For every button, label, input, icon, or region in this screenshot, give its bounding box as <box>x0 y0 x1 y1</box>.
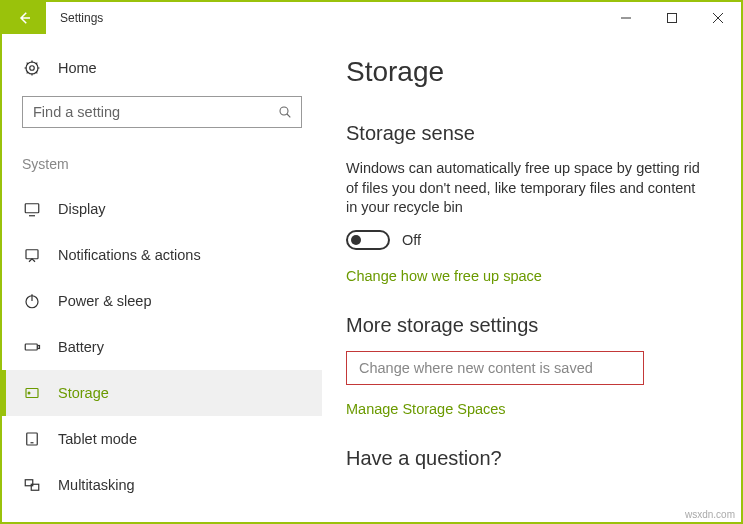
page-title: Storage <box>346 56 717 88</box>
storage-sense-toggle-row: Off <box>346 230 717 250</box>
sidebar-item-storage[interactable]: Storage <box>2 370 322 416</box>
home-label: Home <box>58 60 97 76</box>
titlebar: Settings <box>2 2 741 34</box>
storage-sense-description: Windows can automatically free up space … <box>346 159 706 218</box>
storage-icon <box>22 383 42 403</box>
sidebar-item-notifications[interactable]: Notifications & actions <box>2 232 322 278</box>
sidebar-item-battery[interactable]: Battery <box>2 324 322 370</box>
sidebar-item-label: Tablet mode <box>58 431 137 447</box>
sidebar-item-label: Power & sleep <box>58 293 152 309</box>
window-controls <box>603 2 741 34</box>
maximize-icon <box>667 13 677 23</box>
battery-icon <box>22 337 42 357</box>
search-icon <box>269 104 301 120</box>
app-title: Settings <box>60 11 603 25</box>
home-icon <box>22 58 42 78</box>
link-change-free-space[interactable]: Change how we free up space <box>346 268 717 284</box>
power-icon <box>22 291 42 311</box>
search-box[interactable] <box>22 96 302 128</box>
link-change-where-saved[interactable]: Change where new content is saved <box>346 351 644 385</box>
sidebar-item-label: Notifications & actions <box>58 247 201 263</box>
display-icon <box>22 199 42 219</box>
tablet-icon <box>22 429 42 449</box>
sidebar-item-multitasking[interactable]: Multitasking <box>2 462 322 508</box>
sidebar-item-power[interactable]: Power & sleep <box>2 278 322 324</box>
watermark: wsxdn.com <box>685 509 735 520</box>
main-pane: Storage Storage sense Windows can automa… <box>322 34 741 522</box>
back-arrow-icon <box>15 9 33 27</box>
sidebar-item-label: Display <box>58 201 106 217</box>
sidebar: Home System Display Notifications & acti… <box>2 34 322 522</box>
sidebar-item-label: Multitasking <box>58 477 135 493</box>
minimize-button[interactable] <box>603 2 649 34</box>
sidebar-item-label: Storage <box>58 385 109 401</box>
search-input[interactable] <box>23 97 269 127</box>
svg-rect-1 <box>668 14 677 23</box>
svg-rect-13 <box>25 344 37 350</box>
toggle-knob <box>351 235 361 245</box>
sidebar-item-display[interactable]: Display <box>2 186 322 232</box>
nav-group-label: System <box>2 128 322 186</box>
link-manage-storage-spaces[interactable]: Manage Storage Spaces <box>346 401 717 417</box>
svg-point-16 <box>28 392 30 394</box>
maximize-button[interactable] <box>649 2 695 34</box>
close-icon <box>713 13 723 23</box>
storage-sense-title: Storage sense <box>346 122 717 145</box>
svg-line-7 <box>287 114 290 117</box>
sidebar-item-tablet[interactable]: Tablet mode <box>2 416 322 462</box>
svg-rect-8 <box>25 204 39 213</box>
question-title: Have a question? <box>346 447 717 470</box>
close-button[interactable] <box>695 2 741 34</box>
notifications-icon <box>22 245 42 265</box>
svg-point-6 <box>280 107 288 115</box>
minimize-icon <box>621 13 631 23</box>
toggle-state-label: Off <box>402 232 421 248</box>
svg-point-5 <box>30 66 35 71</box>
sidebar-item-label: Battery <box>58 339 104 355</box>
back-button[interactable] <box>2 2 46 34</box>
svg-rect-10 <box>26 250 38 259</box>
multitasking-icon <box>22 475 42 495</box>
storage-sense-toggle[interactable] <box>346 230 390 250</box>
svg-rect-14 <box>38 346 40 349</box>
home-button[interactable]: Home <box>2 58 322 78</box>
more-settings-title: More storage settings <box>346 314 717 337</box>
